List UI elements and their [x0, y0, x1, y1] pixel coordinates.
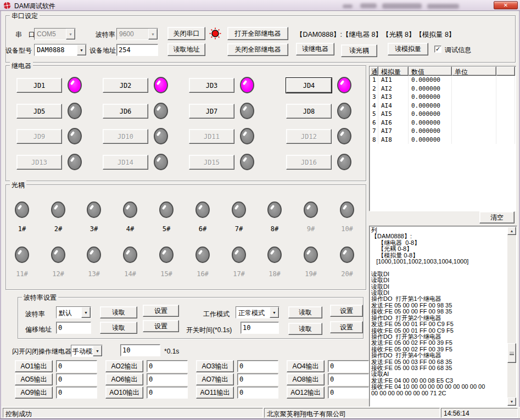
analog-col-header[interactable]: 通	[370, 66, 378, 76]
analog-col-header[interactable]: 模拟量	[378, 66, 409, 76]
relay-led-JD12	[337, 128, 351, 144]
ao-output-button-8[interactable]: AO8输出	[287, 373, 325, 385]
relay-button-JD6[interactable]: JD6	[103, 104, 148, 119]
close-button[interactable]: ✕	[494, 1, 518, 9]
chevron-down-icon: ▼	[77, 44, 86, 55]
close-all-relays-button[interactable]: 关闭全部继电器	[227, 43, 288, 56]
log-panel[interactable]: 列 【DAM0888】: 【继电器 0-8】 【光耦 0-8】 【模拟量 0-8…	[369, 226, 517, 407]
chevron-down-icon: ▼	[66, 29, 75, 40]
analog-table[interactable]: 通模拟量数值单位 1AI10.0000002AI20.0000003AI30.0…	[369, 66, 516, 211]
ao-output-button-2[interactable]: AO2输出	[105, 360, 143, 372]
relay-button-JD5[interactable]: JD5	[16, 104, 62, 119]
ao-output-input-6[interactable]	[147, 373, 188, 385]
relay-led-JD10	[154, 128, 168, 144]
ao-output-input-7[interactable]	[237, 373, 278, 385]
table-row: 1AI10.000000	[370, 76, 516, 85]
relay-button-JD13: JD13	[16, 155, 62, 170]
read-relays-button[interactable]: 读继电器	[296, 43, 334, 55]
relay-button-JD8[interactable]: JD8	[286, 104, 332, 119]
flash-time-input[interactable]	[120, 344, 160, 356]
table-cell: 0.000000	[409, 119, 452, 127]
switch-time-input[interactable]	[241, 322, 279, 334]
opto-led-9#	[304, 201, 318, 218]
flash-mode-select[interactable]: 手动模式 ▼	[71, 345, 103, 357]
work-mode-read-button[interactable]: 读取	[288, 306, 322, 318]
work-mode-set-button[interactable]: 设置	[330, 305, 363, 317]
chevron-down-icon: ▼	[81, 307, 91, 318]
ao-output-input-2[interactable]	[147, 360, 188, 372]
open-all-relays-button[interactable]: 打开全部继电器	[227, 27, 288, 40]
model-select[interactable]: DAM0888 ▼	[34, 44, 87, 56]
scroll-up-icon[interactable]: ▲	[507, 227, 516, 235]
ao-output-input-10[interactable]	[147, 387, 188, 399]
switch-time-set-button[interactable]: 设置	[330, 321, 363, 333]
scroll-thumb[interactable]	[507, 343, 516, 363]
opto-led-15#	[159, 247, 174, 263]
table-cell: 0.000000	[409, 102, 452, 110]
analog-col-header[interactable]	[496, 66, 515, 76]
switch-time-read-button[interactable]: 读取	[288, 323, 322, 335]
ao-output-button-5[interactable]: AO5输出	[15, 373, 53, 385]
ao-output-input-9[interactable]	[56, 387, 97, 399]
clear-log-button[interactable]: 清空	[479, 211, 515, 223]
ao-output-input-1[interactable]	[56, 360, 97, 372]
relay-button-JD1[interactable]: JD1	[16, 78, 62, 93]
baud-read-button[interactable]: 读取	[100, 306, 137, 318]
ao-output-input-3[interactable]	[237, 360, 278, 372]
table-cell	[496, 85, 515, 93]
table-cell	[452, 93, 496, 102]
ao-output-button-7[interactable]: AO7输出	[196, 373, 234, 385]
opto-label-14#: 14#	[117, 270, 143, 278]
baud-setting-select[interactable]: 默认 ▼	[56, 306, 91, 318]
table-cell	[496, 102, 515, 110]
relay-button-JD3[interactable]: JD3	[189, 78, 234, 93]
close-serial-button[interactable]: 关闭串口	[167, 27, 205, 40]
baud-setting-label: 波特率	[25, 310, 45, 318]
read-address-button[interactable]: 读取地址	[167, 43, 205, 56]
opto-led-4#	[123, 201, 137, 218]
offset-address-input[interactable]	[56, 322, 91, 334]
ao-output-input-5[interactable]	[56, 373, 97, 385]
opto-led-10#	[340, 201, 354, 218]
relay-led-JD9	[68, 128, 82, 144]
ao-output-button-11[interactable]: AO11输出	[196, 387, 234, 399]
read-opto-button[interactable]: 读光耦	[341, 44, 377, 57]
read-analog-button[interactable]: 读模拟量	[388, 43, 428, 55]
ao-output-input-12[interactable]	[328, 387, 369, 399]
relay-button-JD7[interactable]: JD7	[189, 104, 234, 119]
ao-output-input-4[interactable]	[328, 360, 369, 372]
offset-read-button[interactable]: 读取	[100, 322, 137, 334]
analog-col-header[interactable]: 单位	[452, 66, 496, 76]
baud-set-button[interactable]: 设置	[143, 305, 179, 317]
table-cell: 4	[370, 102, 378, 110]
ao-output-button-1[interactable]: AO1输出	[15, 360, 53, 372]
table-cell: 5	[370, 110, 378, 119]
offset-set-button[interactable]: 设置	[143, 320, 179, 332]
ao-output-button-6[interactable]: AO6输出	[105, 373, 143, 385]
work-mode-select[interactable]: 正常模式 ▼	[236, 306, 279, 318]
ao-output-button-9[interactable]: AO9输出	[15, 387, 53, 399]
table-cell	[496, 136, 515, 144]
scroll-down-icon[interactable]: ▼	[507, 397, 516, 406]
table-cell	[452, 119, 496, 127]
device-address-input[interactable]	[116, 44, 158, 56]
relay-led-JD7	[240, 103, 254, 119]
ao-output-button-4[interactable]: AO4输出	[287, 360, 325, 372]
table-cell	[452, 85, 496, 93]
port-label: 串 口	[15, 31, 35, 38]
log-scrollbar[interactable]: ▲ ▼	[507, 227, 516, 406]
ao-output-input-11[interactable]	[237, 387, 278, 399]
relay-led-JD8	[337, 103, 351, 119]
analog-col-header[interactable]: 数值	[409, 66, 452, 76]
relay-button-JD2[interactable]: JD2	[103, 78, 148, 93]
debug-info-checkbox[interactable]: ✓	[434, 46, 441, 53]
relay-button-JD4[interactable]: JD4	[286, 78, 332, 93]
ao-output-button-10[interactable]: AO10输出	[105, 387, 143, 399]
ao-output-button-12[interactable]: AO12输出	[287, 387, 325, 399]
opto-label-8#: 8#	[261, 225, 288, 233]
table-cell: 0.000000	[409, 85, 452, 93]
work-mode-label: 工作模式	[203, 310, 230, 318]
ao-output-button-3[interactable]: AO3输出	[196, 360, 234, 372]
ao-output-input-8[interactable]	[328, 373, 369, 385]
title-bar: DAM调试软件 ✕	[0, 0, 520, 11]
